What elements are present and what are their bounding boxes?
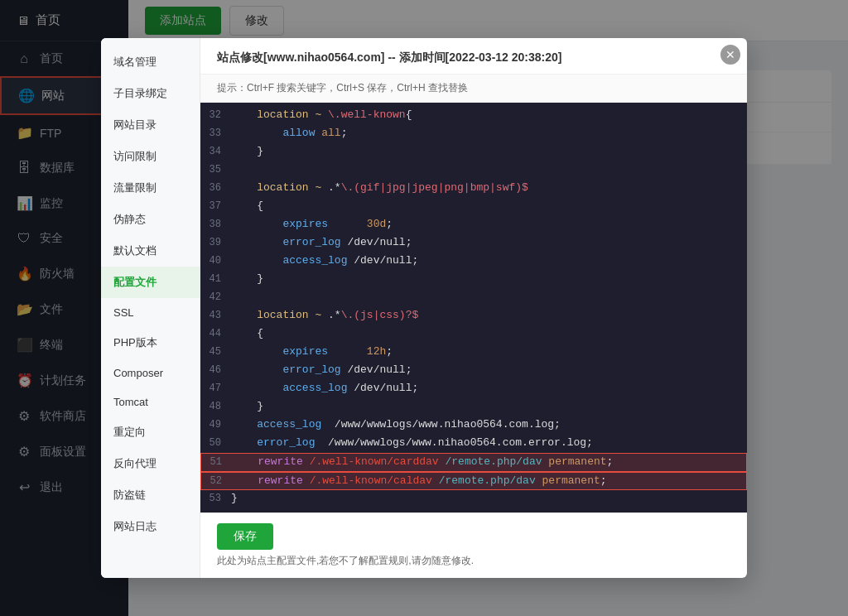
code-line-45: 45 expires 12h;	[200, 344, 747, 362]
modal-nav-redirect[interactable]: 重定向	[101, 416, 200, 448]
code-line-52: 52 rewrite /.well-known/caldav /remote.p…	[200, 472, 747, 491]
code-line-42: 42	[200, 289, 747, 307]
modal-title: 站点修改[www.nihao0564.com] -- 添加时间[2022-03-…	[200, 38, 747, 75]
line-number: 42	[205, 289, 231, 306]
line-content: rewrite /.well-known/carddav /remote.php…	[232, 454, 613, 471]
modal-nav-access[interactable]: 访问限制	[101, 141, 200, 172]
modal-nav-reverse[interactable]: 反向代理	[101, 448, 200, 479]
line-number: 47	[205, 380, 231, 397]
modal-nav-tomcat[interactable]: Tomcat	[101, 387, 200, 416]
line-content: access_log /dev/null;	[231, 253, 418, 270]
line-number: 51	[205, 454, 232, 470]
line-number: 53	[205, 490, 231, 507]
code-line-36: 36 location ~ .*\.(gif|jpg|jpeg|png|bmp|…	[200, 180, 747, 198]
modal-hint: 提示：Ctrl+F 搜索关键字，Ctrl+S 保存，Ctrl+H 查找替换	[200, 75, 747, 103]
code-line-33: 33 allow all;	[200, 125, 747, 143]
line-content: expires 12h;	[231, 344, 393, 361]
modal-nav-domain[interactable]: 域名管理	[101, 46, 200, 78]
line-number: 33	[205, 125, 231, 142]
line-number: 52	[205, 473, 232, 489]
modal-nav-php[interactable]: PHP版本	[101, 327, 200, 359]
modal-nav-log[interactable]: 网站日志	[101, 511, 200, 542]
modal-main: 站点修改[www.nihao0564.com] -- 添加时间[2022-03-…	[200, 38, 747, 579]
line-content: {	[231, 198, 263, 215]
code-line-32: 32 location ~ \.well-known{	[200, 107, 747, 125]
line-number: 43	[205, 307, 231, 324]
line-number: 41	[205, 271, 231, 287]
code-line-48: 48 }	[200, 398, 747, 416]
modal-dialog: ✕ 域名管理子目录绑定网站目录访问限制流量限制伪静态默认文档配置文件SSLPHP…	[101, 38, 747, 579]
code-line-35: 35	[200, 161, 747, 180]
line-content: location ~ \.well-known{	[231, 107, 412, 124]
code-line-38: 38 expires 30d;	[200, 216, 747, 234]
modal-note: 此处为站点主配置文件,若您不了解配置规则,请勿随意修改.	[217, 554, 730, 568]
line-number: 46	[205, 362, 231, 378]
line-content: }	[231, 143, 263, 161]
code-editor[interactable]: 32 location ~ \.well-known{33 allow all;…	[200, 103, 747, 513]
line-content: allow all;	[231, 125, 347, 142]
line-number: 35	[205, 161, 231, 178]
modal-nav-pseudo[interactable]: 伪静态	[101, 204, 200, 235]
modal-nav-hotlink[interactable]: 防盗链	[101, 479, 200, 511]
line-content: expires 30d;	[231, 216, 393, 233]
save-button[interactable]: 保存	[217, 523, 273, 550]
line-number: 50	[205, 435, 231, 451]
code-line-40: 40 access_log /dev/null;	[200, 253, 747, 271]
line-content: rewrite /.well-known/caldav /remote.php/…	[232, 473, 607, 490]
line-content: access_log /www/wwwlogs/www.nihao0564.co…	[231, 416, 561, 434]
line-number: 37	[205, 198, 231, 214]
modal-footer: 保存 此处为站点主配置文件,若您不了解配置规则,请勿随意修改.	[200, 513, 747, 578]
modal-nav-default[interactable]: 默认文档	[101, 235, 200, 267]
line-content: access_log /dev/null;	[231, 380, 418, 397]
code-line-49: 49 access_log /www/wwwlogs/www.nihao0564…	[200, 416, 747, 435]
code-line-39: 39 error_log /dev/null;	[200, 234, 747, 253]
modal-nav-sitelist[interactable]: 网站目录	[101, 109, 200, 141]
line-number: 44	[205, 325, 231, 342]
line-content: error_log /dev/null;	[231, 234, 412, 252]
code-line-46: 46 error_log /dev/null;	[200, 362, 747, 380]
code-line-50: 50 error_log /www/wwwlogs/www.nihao0564.…	[200, 435, 747, 453]
line-number: 49	[205, 416, 231, 433]
line-content: location ~ .*\.(gif|jpg|jpeg|png|bmp|swf…	[231, 180, 528, 197]
code-line-37: 37 {	[200, 198, 747, 216]
line-content: error_log /www/wwwlogs/www.nihao0564.com…	[231, 435, 593, 452]
modal-nav: 域名管理子目录绑定网站目录访问限制流量限制伪静态默认文档配置文件SSLPHP版本…	[101, 38, 200, 579]
line-number: 45	[205, 344, 231, 360]
line-content: }	[231, 490, 238, 508]
line-number: 34	[205, 143, 231, 160]
code-line-47: 47 access_log /dev/null;	[200, 380, 747, 398]
modal-nav-config[interactable]: 配置文件	[101, 267, 200, 298]
line-content: }	[231, 271, 263, 288]
code-line-44: 44 {	[200, 325, 747, 344]
line-number: 39	[205, 234, 231, 251]
code-line-53: 53}	[200, 490, 747, 508]
line-number: 48	[205, 398, 231, 415]
modal-nav-composer[interactable]: Composer	[101, 359, 200, 387]
line-number: 38	[205, 216, 231, 233]
line-number: 32	[205, 107, 231, 123]
line-number: 36	[205, 180, 231, 196]
line-content: error_log /dev/null;	[231, 362, 412, 379]
code-line-51: 51 rewrite /.well-known/carddav /remote.…	[200, 453, 747, 472]
line-content: }	[231, 398, 263, 416]
code-line-41: 41 }	[200, 271, 747, 289]
modal-overlay[interactable]: ✕ 域名管理子目录绑定网站目录访问限制流量限制伪静态默认文档配置文件SSLPHP…	[0, 0, 848, 616]
line-content: location ~ .*\.(js|css)?$	[231, 307, 418, 325]
modal-nav-ssl[interactable]: SSL	[101, 298, 200, 327]
code-line-43: 43 location ~ .*\.(js|css)?$	[200, 307, 747, 325]
code-line-34: 34 }	[200, 143, 747, 161]
modal-nav-traffic[interactable]: 流量限制	[101, 172, 200, 204]
line-content: {	[231, 325, 263, 343]
modal-close-button[interactable]: ✕	[720, 45, 740, 65]
line-number: 40	[205, 253, 231, 269]
modal-nav-subdir[interactable]: 子目录绑定	[101, 78, 200, 109]
